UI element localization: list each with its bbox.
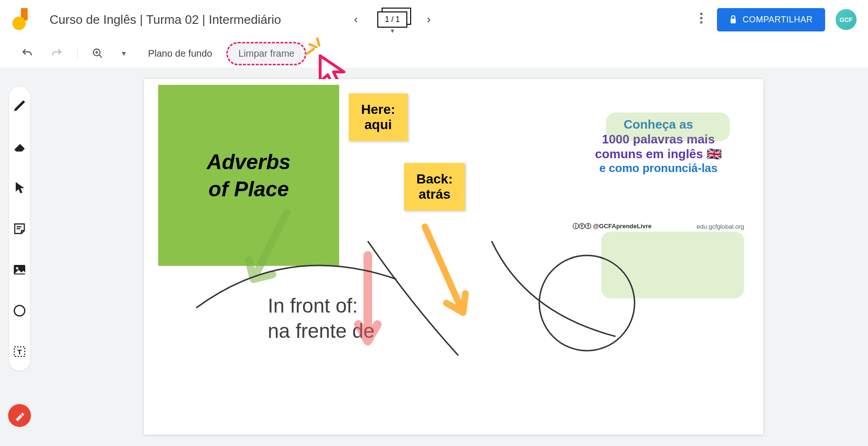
pen-tool-icon[interactable] xyxy=(9,95,30,116)
share-label: COMPARTILHAR xyxy=(743,15,813,25)
redo-button[interactable] xyxy=(44,42,70,64)
toolbar: ▼ Plano de fundo Limpar frame xyxy=(0,39,868,68)
svg-point-1 xyxy=(12,17,26,30)
svg-line-10 xyxy=(307,49,313,54)
page-indicator[interactable]: 1 / 1 ▼ xyxy=(377,11,407,28)
svg-point-20 xyxy=(539,255,635,351)
prev-page-button[interactable] xyxy=(348,8,364,31)
page-nav: 1 / 1 ▼ xyxy=(348,8,437,31)
zoom-dropdown-icon[interactable]: ▼ xyxy=(114,45,134,62)
zoom-button[interactable] xyxy=(85,43,110,64)
select-tool-icon[interactable] xyxy=(9,177,30,198)
text-box-tool-icon[interactable]: T xyxy=(9,341,30,362)
svg-line-11 xyxy=(310,44,316,47)
canvas-area: Adverbs of Place Here: aqui Back: atrás … xyxy=(39,68,868,446)
lock-icon xyxy=(729,15,737,24)
whiteboard-canvas[interactable]: Adverbs of Place Here: aqui Back: atrás … xyxy=(144,79,763,435)
svg-point-16 xyxy=(16,267,19,270)
svg-line-12 xyxy=(317,39,319,45)
svg-line-7 xyxy=(99,55,102,58)
image-tool-icon[interactable] xyxy=(9,259,30,280)
sticky-note-back[interactable]: Back: atrás xyxy=(404,163,465,211)
undo-button[interactable] xyxy=(14,42,40,64)
drawn-line xyxy=(363,236,468,360)
tool-sidebar: T xyxy=(0,68,39,446)
svg-text:T: T xyxy=(17,348,21,356)
sticky-note-here[interactable]: Here: aqui xyxy=(349,93,408,141)
header-bar: Curso de Inglês | Turma 02 | Intermediár… xyxy=(0,0,868,39)
user-avatar[interactable]: GCF xyxy=(836,9,857,30)
sticky-note-tool-icon[interactable] xyxy=(9,218,30,239)
svg-point-2 xyxy=(700,13,702,15)
promo-footer: ⓘⓎⓕ @GCFAprendeLivre edu.gcfglobal.org xyxy=(573,222,744,231)
svg-point-4 xyxy=(700,21,702,24)
svg-point-17 xyxy=(14,305,25,316)
svg-rect-5 xyxy=(730,19,736,23)
workspace: T Adverbs of Place Here: aqui Back: atrá… xyxy=(0,68,868,446)
clear-frame-button[interactable]: Limpar frame xyxy=(226,42,306,65)
svg-point-3 xyxy=(700,17,702,20)
laser-tool-icon[interactable] xyxy=(8,404,31,427)
ghost-shape xyxy=(606,112,730,141)
more-options-icon[interactable] xyxy=(696,9,707,30)
eraser-tool-icon[interactable] xyxy=(9,136,30,157)
circle-tool-icon[interactable] xyxy=(9,300,30,321)
share-button[interactable]: COMPARTILHAR xyxy=(717,8,825,31)
document-title[interactable]: Curso de Inglês | Turma 02 | Intermediár… xyxy=(50,12,281,27)
background-button[interactable]: Plano de fundo xyxy=(138,43,223,64)
drawn-circle xyxy=(535,251,639,355)
next-page-button[interactable] xyxy=(421,8,437,31)
jamboard-logo-icon xyxy=(11,7,32,32)
